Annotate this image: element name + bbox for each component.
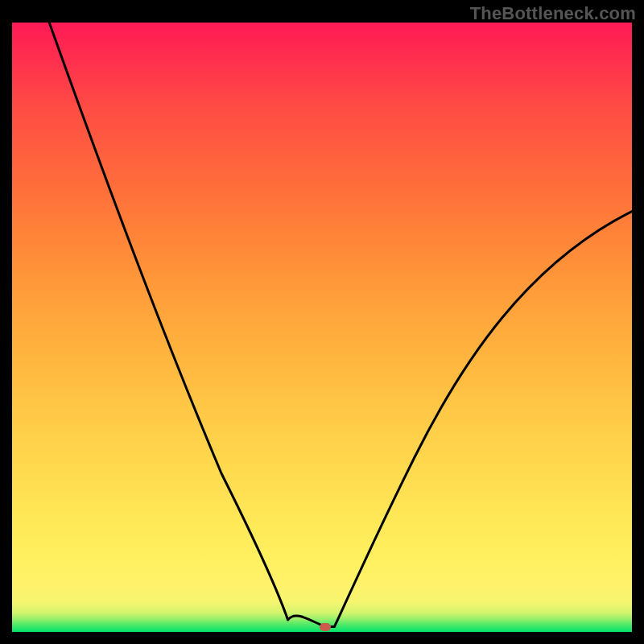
bottleneck-curve bbox=[12, 23, 632, 632]
watermark-text: TheBottleneck.com bbox=[470, 3, 636, 24]
plot-area bbox=[12, 23, 632, 632]
minimum-marker bbox=[320, 623, 331, 631]
curve-path bbox=[49, 23, 632, 627]
chart-frame: TheBottleneck.com bbox=[0, 0, 644, 644]
